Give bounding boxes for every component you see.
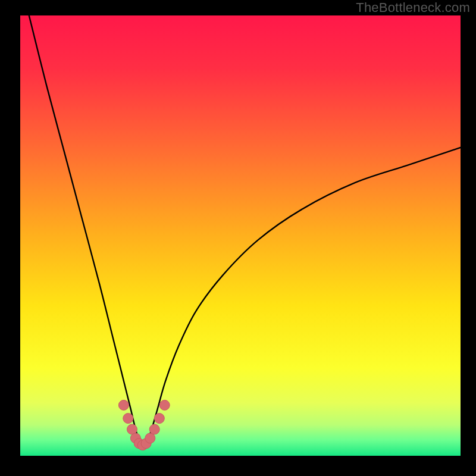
plot-area [20,15,461,456]
minimum-marker-dot [159,400,170,410]
chart-frame: TheBottleneck.com [0,0,476,476]
minimum-marker-dot [123,414,133,424]
minimum-marker-dot [154,414,164,424]
minimum-marker-dot [149,424,159,434]
minimum-marker-dot [118,400,129,410]
plot-svg [20,15,461,456]
watermark-text: TheBottleneck.com [356,0,470,15]
